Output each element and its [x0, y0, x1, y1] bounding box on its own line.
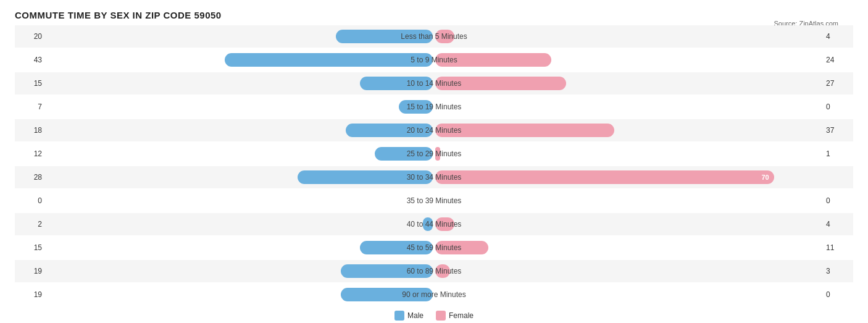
female-bar-wrap: [434, 25, 822, 48]
male-bar: [298, 170, 433, 184]
male-bar-wrap: [46, 72, 434, 94]
male-value: 19: [15, 267, 46, 275]
male-value: 15: [15, 243, 46, 252]
male-bar-wrap: [46, 213, 434, 235]
legend-male-label: Male: [407, 311, 424, 320]
legend-female-label: Female: [449, 311, 474, 320]
male-bar-wrap: [46, 96, 434, 118]
chart-row: 15 45 to 59 Minutes 11: [15, 237, 853, 259]
legend-female-box: [436, 311, 446, 321]
female-value-inside: 70: [756, 174, 774, 181]
male-bar-wrap: [46, 143, 434, 165]
male-bar-wrap: [46, 166, 434, 188]
bars-container: 35 to 39 Minutes: [46, 190, 822, 212]
male-value: 19: [15, 290, 46, 299]
male-bar-wrap: [46, 25, 434, 48]
bars-container: 15 to 19 Minutes: [46, 96, 822, 118]
male-value: 2: [15, 220, 46, 229]
chart-row: 7 15 to 19 Minutes 0: [15, 96, 853, 118]
legend: Male Female: [15, 311, 853, 321]
male-bar: [360, 77, 433, 90]
male-bar: [341, 288, 433, 301]
bars-container: Less than 5 Minutes: [46, 25, 822, 48]
male-value: 18: [15, 126, 46, 135]
female-bar: [435, 53, 551, 67]
chart-row: 12 25 to 29 Minutes 1: [15, 143, 853, 165]
legend-male: Male: [394, 311, 424, 321]
female-value: 0: [822, 290, 853, 299]
male-value: 12: [15, 149, 46, 158]
bars-container: 60 to 89 Minutes: [46, 260, 822, 282]
female-bar-wrap: [434, 283, 822, 306]
male-value: 43: [15, 56, 46, 64]
female-bar: 70: [435, 170, 774, 184]
female-value: 24: [822, 56, 853, 64]
female-value: 11: [822, 243, 853, 252]
male-bar: [399, 100, 433, 114]
male-bar-wrap: [46, 283, 434, 306]
female-bar-wrap: [434, 119, 822, 141]
bars-container: 10 to 14 Minutes: [46, 72, 822, 94]
bars-container: 45 to 59 Minutes: [46, 237, 822, 259]
male-bar: [360, 241, 433, 254]
chart-row: 43 5 to 9 Minutes 24: [15, 49, 853, 71]
female-value: 4: [822, 220, 853, 229]
female-value: 0: [822, 103, 853, 111]
female-bar-wrap: [434, 143, 822, 165]
female-bar: [435, 124, 614, 137]
bars-container: 20 to 24 Minutes: [46, 119, 822, 141]
chart-title: COMMUTE TIME BY SEX IN ZIP CODE 59050: [15, 10, 853, 20]
female-bar-wrap: 70: [434, 166, 822, 188]
female-value: 27: [822, 79, 853, 88]
chart-row: 20 Less than 5 Minutes 4: [15, 25, 853, 48]
chart-row: 28 30 to 34 Minutes 70: [15, 166, 853, 188]
female-value: 3: [822, 267, 853, 275]
female-bar: [435, 147, 440, 161]
chart-area: 20 Less than 5 Minutes 4 43 5 to 9 Minut…: [15, 25, 853, 306]
chart-row: 0 35 to 39 Minutes 0: [15, 190, 853, 212]
male-value: 0: [15, 196, 46, 205]
female-bar-wrap: [434, 72, 822, 94]
female-bar-wrap: [434, 260, 822, 282]
bars-container: 30 to 34 Minutes 70: [46, 166, 822, 188]
male-bar: [346, 124, 433, 137]
male-bar: [225, 53, 433, 67]
female-bar: [435, 30, 454, 43]
bars-container: 90 or more Minutes: [46, 283, 822, 306]
male-bar-wrap: [46, 49, 434, 71]
chart-row: 15 10 to 14 Minutes 27: [15, 72, 853, 94]
female-bar-wrap: [434, 49, 822, 71]
male-value: 20: [15, 32, 46, 41]
female-bar-wrap: [434, 190, 822, 212]
male-bar-wrap: [46, 190, 434, 212]
female-bar: [435, 217, 454, 231]
male-value: 28: [15, 173, 46, 182]
legend-male-box: [394, 311, 404, 321]
male-bar: [423, 217, 433, 231]
male-bar-wrap: [46, 260, 434, 282]
female-bar-wrap: [434, 213, 822, 235]
female-bar-wrap: [434, 96, 822, 118]
female-value: 0: [822, 196, 853, 205]
bars-container: 25 to 29 Minutes: [46, 143, 822, 165]
bars-container: 5 to 9 Minutes: [46, 49, 822, 71]
female-bar: [435, 264, 450, 278]
chart-row: 19 90 or more Minutes 0: [15, 283, 853, 306]
female-value: 37: [822, 126, 853, 135]
chart-row: 18 20 to 24 Minutes 37: [15, 119, 853, 141]
chart-row: 19 60 to 89 Minutes 3: [15, 260, 853, 282]
bars-container: 40 to 44 Minutes: [46, 213, 822, 235]
male-bar-wrap: [46, 237, 434, 259]
male-bar: [336, 30, 433, 43]
male-value: 15: [15, 79, 46, 88]
male-value: 7: [15, 103, 46, 111]
male-bar-wrap: [46, 119, 434, 141]
chart-row: 2 40 to 44 Minutes 4: [15, 213, 853, 235]
female-bar: [435, 77, 566, 90]
female-bar: [435, 241, 488, 254]
male-bar: [375, 147, 433, 161]
legend-female: Female: [436, 311, 474, 321]
male-bar: [341, 264, 433, 278]
female-value: 4: [822, 32, 853, 41]
female-bar-wrap: [434, 237, 822, 259]
